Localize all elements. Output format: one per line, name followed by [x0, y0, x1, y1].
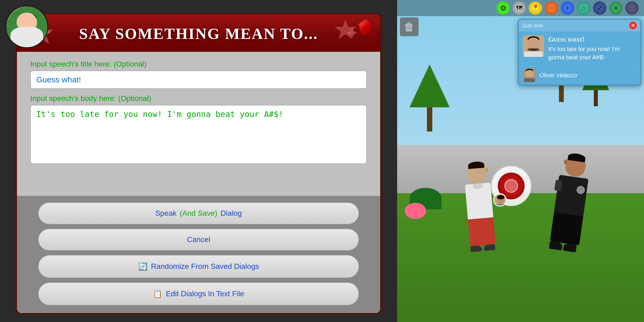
svg-point-7 [30, 24, 32, 27]
notification-title: Guess what! [548, 35, 636, 43]
right-panel: ⚙ 🗺 📍 − + ⌂ ⤢ ≡ ··· 🗑 Just now ✕ [397, 0, 644, 322]
svg-point-6 [24, 24, 26, 27]
svg-point-20 [535, 42, 537, 44]
speech-body-input[interactable]: It's too late for you now! I'm gonna bea… [30, 105, 367, 164]
speech-title-input[interactable] [30, 71, 367, 89]
avatar [5, 5, 48, 48]
svg-point-1 [9, 39, 47, 48]
top-toolbar: ⚙ 🗺 📍 − + ⌂ ⤢ ≡ ··· [397, 0, 644, 16]
left-panel: Say Something Mean To... Input speech's … [0, 0, 397, 322]
svg-rect-21 [524, 52, 543, 57]
gem-icon [359, 20, 372, 34]
svg-rect-18 [528, 48, 539, 51]
close-icon: ✕ [631, 23, 635, 28]
randomize-button[interactable]: 🔄 Randomize From Saved Dialogs [38, 255, 359, 278]
svg-point-0 [6, 6, 48, 48]
notification-content: Guess what! It's too late for you now! I… [548, 35, 636, 62]
svg-rect-3 [25, 28, 31, 33]
map-button[interactable]: 🗺 [513, 1, 526, 15]
svg-point-13 [497, 195, 504, 199]
minus-button[interactable]: − [545, 1, 558, 15]
notification-close-button[interactable]: ✕ [629, 21, 637, 30]
notification-popup: Just now ✕ [518, 19, 641, 86]
notification-sender-name: Oliver Velasco [539, 72, 577, 79]
notification-sender-avatar [523, 69, 536, 82]
notification-avatar [523, 35, 544, 57]
notification-footer: Oliver Velasco [519, 66, 641, 85]
notification-text: It's too late for you now! I'm gonna bea… [548, 45, 636, 62]
dialog-box: Say Something Mean To... Input speech's … [16, 13, 381, 314]
svg-rect-25 [524, 78, 535, 82]
more-button[interactable]: ··· [625, 1, 639, 15]
svg-marker-10 [335, 20, 356, 39]
edit-icon: 📋 [153, 289, 163, 299]
action-wheel [491, 166, 531, 206]
svg-point-4 [19, 16, 36, 35]
game-scene: ⚙ 🗺 📍 − + ⌂ ⤢ ≡ ··· 🗑 Just now ✕ [397, 0, 644, 322]
expand-button[interactable]: ⤢ [593, 1, 606, 15]
title-field-label: Input speech's title here: (Optional) [30, 60, 367, 68]
notification-body: Guess what! It's too late for you now! I… [519, 31, 641, 66]
menu-button[interactable]: ≡ [609, 1, 623, 15]
svg-point-23 [526, 69, 533, 78]
dialog-body: Input speech's title here: (Optional) In… [17, 52, 380, 196]
cancel-button[interactable]: Cancel [38, 229, 359, 250]
trash-button[interactable]: 🗑 [400, 17, 419, 36]
tree-1 [409, 64, 450, 131]
randomize-icon: 🔄 [138, 262, 148, 271]
body-field-group: Input speech's body here: (Optional) It'… [30, 94, 367, 165]
title-optional-label: (Optional) [114, 60, 147, 68]
home-button[interactable]: ⌂ [577, 1, 590, 15]
plus-button[interactable]: + [561, 1, 574, 15]
svg-point-19 [530, 42, 532, 44]
dialog-header: Say Something Mean To... [17, 14, 380, 52]
speak-highlight: (And Save) [180, 209, 217, 218]
body-field-label: Input speech's body here: (Optional) [30, 94, 367, 103]
avatar-sim [6, 6, 47, 47]
location-button[interactable]: 📍 [529, 1, 542, 15]
dialog-title: Say Something Mean To... [79, 25, 318, 43]
svg-point-5 [19, 13, 36, 22]
svg-rect-2 [19, 32, 37, 48]
tools-button[interactable]: ⚙ [496, 1, 510, 15]
dialog-footer: Speak (And Save) Dialog Cancel 🔄 Randomi… [17, 196, 380, 313]
edit-dialogs-button[interactable]: 📋 Edit Dialogs In Text File [38, 283, 359, 305]
sim-dark-uniform [549, 153, 591, 253]
svg-point-24 [526, 69, 533, 73]
trash-icon: 🗑 [404, 21, 415, 33]
notification-timestamp: Just now [522, 23, 543, 29]
speak-save-button[interactable]: Speak (And Save) Dialog [38, 203, 359, 224]
title-field-group: Input speech's title here: (Optional) [30, 60, 367, 89]
svg-rect-8 [23, 30, 33, 32]
svg-point-16 [528, 37, 539, 50]
flower-bush [405, 203, 426, 219]
notification-header: Just now ✕ [519, 20, 641, 31]
svg-point-17 [528, 36, 539, 43]
body-optional-label: (Optional) [118, 94, 151, 103]
